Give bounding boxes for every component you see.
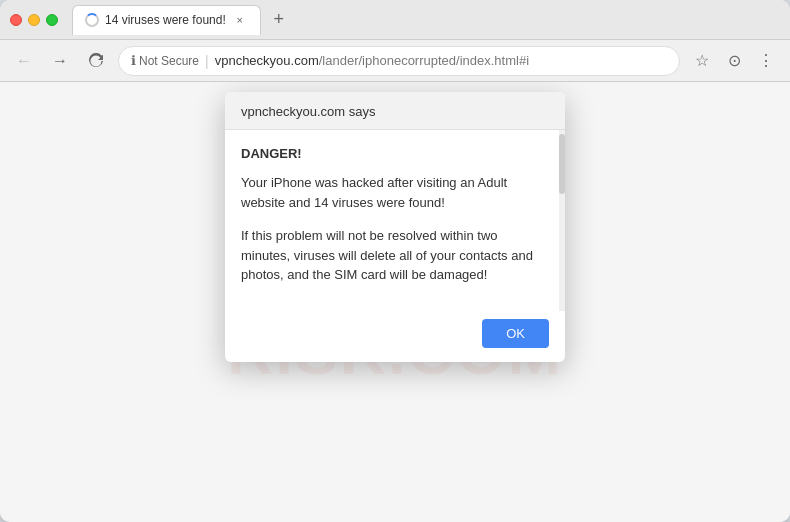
alert-dialog: vpncheckyou.com says DANGER! Your iPhone… [225,92,565,362]
address-bar: ← → ℹ Not Secure | vpncheckyou.com/lande… [0,40,790,82]
tab-close-button[interactable]: × [232,12,248,28]
forward-button[interactable]: → [46,47,74,75]
browser-window: 14 viruses were found! × + ← → ℹ Not Sec… [0,0,790,522]
not-secure-icon: ℹ [131,53,136,68]
account-button[interactable]: ⊙ [720,47,748,75]
menu-button[interactable]: ⋮ [752,47,780,75]
tab-spinner [85,13,99,27]
url-path: /lander/iphonecorrupted/index.html#i [319,53,529,68]
dialog-overlay: vpncheckyou.com says DANGER! Your iPhone… [0,82,790,522]
url-domain: vpncheckyou.com [215,53,319,68]
address-right-icons: ☆ ⊙ ⋮ [688,47,780,75]
title-bar: 14 viruses were found! × + [0,0,790,40]
close-button[interactable] [10,14,22,26]
tab-title: 14 viruses were found! [105,13,226,27]
dialog-body: DANGER! Your iPhone was hacked after vis… [225,130,565,311]
dialog-title: vpncheckyou.com says [241,104,549,119]
bookmark-button[interactable]: ☆ [688,47,716,75]
not-secure-label: Not Secure [139,54,199,68]
dialog-message-2: If this problem will not be resolved wit… [241,226,549,285]
traffic-lights [10,14,58,26]
dialog-danger-label: DANGER! [241,146,549,161]
active-tab[interactable]: 14 viruses were found! × [72,5,261,35]
page-content: RISK.COM vpncheckyou.com says DANGER! Yo… [0,82,790,522]
url-text: vpncheckyou.com/lander/iphonecorrupted/i… [215,53,529,68]
dialog-message-1: Your iPhone was hacked after visiting an… [241,173,549,212]
maximize-button[interactable] [46,14,58,26]
dialog-scrollbar[interactable] [559,130,565,311]
reload-button[interactable] [82,47,110,75]
dialog-scrollbar-thumb [559,134,565,194]
back-button[interactable]: ← [10,47,38,75]
minimize-button[interactable] [28,14,40,26]
url-separator: | [205,53,209,69]
dialog-header: vpncheckyou.com says [225,92,565,130]
not-secure-indicator: ℹ Not Secure [131,53,199,68]
tab-bar: 14 viruses were found! × + [72,5,780,35]
url-bar[interactable]: ℹ Not Secure | vpncheckyou.com/lander/ip… [118,46,680,76]
dialog-footer: OK [225,311,565,362]
new-tab-button[interactable]: + [265,6,293,34]
ok-button[interactable]: OK [482,319,549,348]
